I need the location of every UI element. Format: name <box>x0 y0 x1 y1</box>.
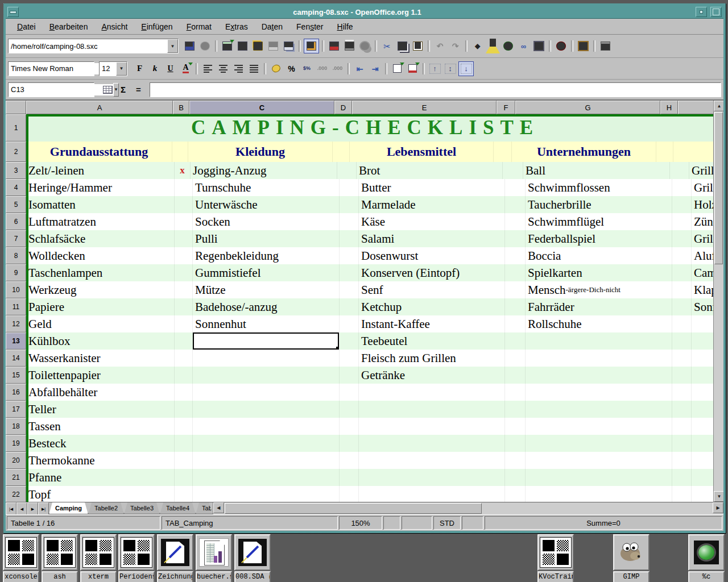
hyperlink-globe-icon[interactable] <box>501 39 515 53</box>
cell-A3[interactable]: Zelt/-leinen <box>26 162 175 179</box>
cell-I13[interactable] <box>692 332 713 350</box>
align-right-icon[interactable] <box>231 62 246 76</box>
cell-E5[interactable]: Marmelade <box>359 196 505 213</box>
cell-B16[interactable] <box>175 384 193 401</box>
cell-I12[interactable] <box>692 315 713 332</box>
align-left-icon[interactable] <box>201 62 215 76</box>
cell-E11[interactable]: Ketchup <box>359 298 505 315</box>
function-button[interactable]: = <box>131 83 146 97</box>
new-document-dropdown[interactable] <box>230 40 234 43</box>
taskbar-icon-xconsole[interactable]: xconsole <box>3 534 39 582</box>
cell-C21[interactable] <box>193 469 340 486</box>
row-header-2[interactable]: 2 <box>6 142 26 162</box>
cell-G14[interactable] <box>526 350 672 367</box>
cell-B20[interactable] <box>175 452 193 469</box>
cell-B19[interactable] <box>175 435 193 452</box>
row-header-15[interactable]: 15 <box>6 367 26 384</box>
cell-G18[interactable] <box>526 418 672 435</box>
column-header-G[interactable]: G <box>515 101 660 114</box>
edit-file-icon[interactable] <box>304 39 319 53</box>
indent-more-icon[interactable]: ⇥ <box>368 62 382 76</box>
navigator-icon[interactable]: ◆ <box>470 39 485 53</box>
cell-C7[interactable]: Pulli <box>193 230 340 247</box>
bold-icon[interactable]: F <box>133 62 147 76</box>
cell-B3[interactable]: x <box>175 162 191 179</box>
cell-A9[interactable]: Taschenlampen <box>26 264 175 281</box>
cell-E18[interactable] <box>359 418 505 435</box>
cell-A15[interactable]: Toilettenpapier <box>26 367 175 384</box>
cell-D5[interactable] <box>340 196 359 213</box>
cell-E17[interactable] <box>359 401 505 418</box>
open-icon[interactable] <box>251 39 265 53</box>
column-header-B[interactable]: B <box>173 101 189 114</box>
currency-icon[interactable] <box>269 62 283 76</box>
cell-B22[interactable] <box>175 486 193 502</box>
load-url-icon[interactable] <box>183 39 197 53</box>
datasources-icon[interactable] <box>532 39 546 53</box>
column-header-partial[interactable] <box>678 101 713 114</box>
cell-E3[interactable]: Brot <box>357 162 503 179</box>
cell-H7[interactable] <box>672 230 692 247</box>
cell-I2[interactable] <box>673 142 713 162</box>
stop-icon[interactable] <box>198 39 212 53</box>
cell-C4[interactable]: Turnschuhe <box>193 179 340 196</box>
cell-E19[interactable] <box>359 435 505 452</box>
cell-D3[interactable] <box>337 162 357 179</box>
cell-G21[interactable] <box>526 469 672 486</box>
cell-A6[interactable]: Luftmatratzen <box>26 213 175 230</box>
cell-I3[interactable]: Grill <box>689 162 713 179</box>
sheet-tab-tab[interactable]: Tab <box>196 502 213 514</box>
print-icon[interactable] <box>342 39 357 53</box>
cell-D12[interactable] <box>340 315 359 332</box>
cell-C9[interactable]: Gummistiefel <box>193 264 340 281</box>
cell-A19[interactable]: Besteck <box>26 435 175 452</box>
cell-A4[interactable]: Heringe/Hammer <box>26 179 175 196</box>
cell-G5[interactable]: Taucherbrille <box>526 196 672 213</box>
blank-page-icon[interactable] <box>235 39 250 53</box>
cell-C2[interactable]: Kleidung <box>188 142 333 162</box>
selected-cell-C13[interactable] <box>193 332 340 350</box>
row-header-7[interactable]: 7 <box>6 230 26 247</box>
cell-G11[interactable]: Fahrräder <box>526 298 672 315</box>
del-decimal-icon[interactable]: .000 <box>330 62 345 76</box>
cell-I10[interactable]: Klapp <box>692 281 713 298</box>
borders-icon[interactable] <box>390 62 404 76</box>
cell-E4[interactable]: Butter <box>359 179 505 196</box>
cut-icon[interactable]: ✂ <box>380 39 394 53</box>
cell-D2[interactable] <box>333 142 350 162</box>
cell-D19[interactable] <box>340 435 359 452</box>
row-header-12[interactable]: 12 <box>6 315 26 332</box>
cell-D13[interactable] <box>340 332 359 350</box>
cell-F16[interactable] <box>505 384 526 401</box>
cell-H2[interactable] <box>656 142 673 162</box>
cell-C18[interactable] <box>193 418 340 435</box>
iconify-button[interactable] <box>696 7 707 17</box>
horizontal-scrollbar-track[interactable] <box>482 502 713 514</box>
url-input[interactable] <box>9 40 167 52</box>
cell-A21[interactable]: Pfanne <box>26 469 175 486</box>
new-document-icon[interactable] <box>220 39 234 53</box>
cell-D11[interactable] <box>340 298 359 315</box>
add-decimal-icon[interactable]: .000 <box>315 62 329 76</box>
cell-G17[interactable] <box>526 401 672 418</box>
cell-A16[interactable]: Abfallbehälter <box>26 384 175 401</box>
cell-G13[interactable] <box>526 332 672 350</box>
cell-A10[interactable]: Werkzeug <box>26 281 175 298</box>
cell-E21[interactable] <box>359 469 505 486</box>
row-header-14[interactable]: 14 <box>6 350 26 367</box>
row-header-17[interactable]: 17 <box>6 401 26 418</box>
clipboard-icon[interactable] <box>598 39 613 53</box>
cell-I11[interactable]: Sonne <box>692 298 713 315</box>
titlebar[interactable]: camping-08.sxc - OpenOffice.org 1.1 <box>6 6 723 19</box>
taskbar-icon-zeichnung-[interactable]: Zeichnung- <box>157 534 193 582</box>
sheet-title-cell[interactable]: CAMPING-CHECKLISTE <box>26 114 713 142</box>
menu-datei[interactable]: Datei <box>10 20 43 33</box>
sheet-tab-tabelle2[interactable]: Tabelle2 <box>88 502 124 514</box>
cell-C15[interactable] <box>193 367 340 384</box>
cell-C12[interactable]: Sonnenhut <box>193 315 340 332</box>
cell-I9[interactable]: Campi <box>692 264 713 281</box>
cell-B4[interactable] <box>175 179 193 196</box>
cell-F20[interactable] <box>505 452 526 469</box>
cell-F12[interactable] <box>505 315 526 332</box>
cell-F5[interactable] <box>505 196 526 213</box>
